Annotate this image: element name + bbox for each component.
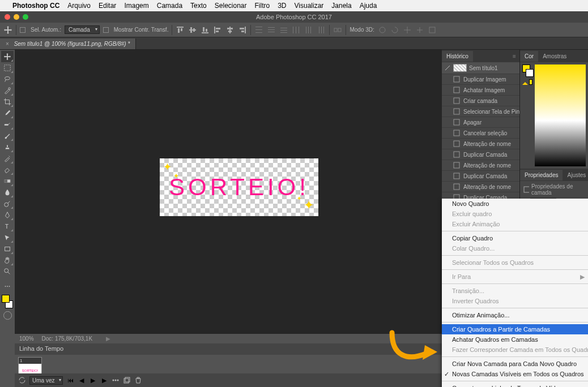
delete-frame-icon[interactable] bbox=[134, 376, 142, 384]
distribute-left-icon[interactable] bbox=[292, 25, 301, 35]
edit-toolbar-icon[interactable] bbox=[1, 281, 14, 292]
play-icon[interactable]: ▶ bbox=[89, 376, 97, 384]
color-swatches[interactable] bbox=[1, 294, 14, 309]
dodge-tool[interactable] bbox=[1, 198, 14, 209]
auto-align-icon[interactable] bbox=[333, 25, 342, 35]
eraser-tool[interactable] bbox=[1, 164, 14, 175]
history-panel-menu-icon[interactable]: ≡ bbox=[509, 53, 519, 59]
zoom-level[interactable]: 100% bbox=[19, 336, 34, 342]
foreground-swatch[interactable] bbox=[2, 295, 10, 303]
move-tool[interactable] bbox=[1, 51, 14, 62]
color-ramp[interactable] bbox=[535, 64, 586, 166]
crop-tool[interactable] bbox=[1, 96, 14, 108]
duplicate-frame-icon[interactable] bbox=[123, 376, 131, 384]
adjustments-tab[interactable]: Ajustes bbox=[563, 170, 588, 180]
type-tool[interactable]: T bbox=[1, 221, 14, 232]
ctx-novo-quadro[interactable]: Novo Quadro bbox=[442, 199, 588, 209]
align-right-icon[interactable] bbox=[238, 25, 247, 35]
show-transform-checkbox[interactable] bbox=[103, 27, 109, 33]
menu-filtro[interactable]: Filtro bbox=[254, 2, 270, 10]
history-item[interactable]: Duplicar Camada bbox=[442, 170, 519, 181]
history-snapshot[interactable]: Sem título1 bbox=[442, 62, 519, 74]
ctx-criar-quadros-camadas[interactable]: Criar Quadros a Partir de Camadas bbox=[442, 324, 588, 334]
path-selection-tool[interactable] bbox=[1, 232, 14, 243]
history-item[interactable]: Achatar Imagem bbox=[442, 84, 519, 95]
lasso-tool[interactable] bbox=[1, 74, 14, 85]
history-item[interactable]: Alteração de nome bbox=[442, 181, 519, 192]
menu-arquivo[interactable]: Arquivo bbox=[67, 2, 91, 10]
ctx-copiar-quadro[interactable]: Copiar Quadro bbox=[442, 233, 588, 243]
history-brush-tool[interactable] bbox=[1, 153, 14, 164]
history-item[interactable]: Criar camada bbox=[442, 95, 519, 106]
distribute-hcenter-icon[interactable] bbox=[304, 25, 313, 35]
rectangle-tool[interactable] bbox=[1, 243, 14, 255]
history-item[interactable]: Apagar bbox=[442, 117, 519, 127]
clone-stamp-tool[interactable] bbox=[1, 141, 14, 153]
align-left-icon[interactable] bbox=[213, 25, 222, 35]
tween-icon[interactable] bbox=[112, 376, 120, 384]
menu-ajuda[interactable]: Ajuda bbox=[360, 2, 377, 10]
menu-camada[interactable]: Camada bbox=[157, 2, 182, 10]
align-hcenter-icon[interactable] bbox=[225, 25, 235, 35]
pen-tool[interactable] bbox=[1, 209, 14, 221]
distribute-bottom-icon[interactable] bbox=[279, 25, 288, 35]
zoom-tool[interactable] bbox=[1, 266, 14, 277]
auto-select-checkbox[interactable] bbox=[20, 27, 25, 33]
hand-tool[interactable] bbox=[1, 255, 14, 266]
menu-3d[interactable]: 3D bbox=[278, 2, 286, 10]
auto-select-dropdown[interactable]: Camada bbox=[65, 25, 100, 34]
ctx-otimizar[interactable]: Otimizar Animação... bbox=[442, 310, 588, 320]
brush-tool[interactable] bbox=[1, 130, 14, 141]
align-vcenter-icon[interactable] bbox=[188, 25, 197, 35]
align-top-icon[interactable] bbox=[176, 25, 185, 35]
history-item[interactable]: Alteração de nome bbox=[442, 160, 519, 170]
align-bottom-icon[interactable] bbox=[201, 25, 210, 35]
ctx-converter-video[interactable]: Converter em Linha do Tempo de Vídeo bbox=[442, 383, 588, 387]
document-canvas[interactable]: ✦ ✦ ✦ ✦ SORTEIO! bbox=[160, 158, 318, 216]
prev-frame-icon[interactable]: ◀ bbox=[78, 376, 86, 384]
blur-tool[interactable] bbox=[1, 187, 14, 198]
zoom-window-button[interactable] bbox=[23, 14, 28, 20]
doc-info-arrow-icon[interactable]: ▶ bbox=[106, 336, 110, 342]
menu-texto[interactable]: Texto bbox=[190, 2, 207, 10]
doc-info[interactable]: Doc: 175,8K/703,1K bbox=[42, 336, 93, 342]
distribute-right-icon[interactable] bbox=[317, 25, 326, 35]
history-item[interactable]: Duplicar Imagem bbox=[442, 74, 519, 84]
app-name[interactable]: Photoshop CC bbox=[12, 2, 59, 10]
menu-visualizar[interactable]: Visualizar bbox=[295, 2, 324, 10]
canvas-area[interactable]: ✦ ✦ ✦ ✦ SORTEIO! 100% Doc: 175,8K/703,1K… bbox=[15, 50, 442, 387]
healing-brush-tool[interactable] bbox=[1, 119, 14, 130]
quick-mask-toggle[interactable] bbox=[3, 311, 12, 320]
color-tab[interactable]: Cor bbox=[520, 51, 538, 62]
menu-editar[interactable]: Editar bbox=[99, 2, 116, 10]
history-item[interactable]: Selecionar Tela de Pintura bbox=[442, 106, 519, 117]
ctx-nova-camada-quadro[interactable]: Criar Nova Camada para Cada Novo Quadro bbox=[442, 359, 588, 369]
close-tab-icon[interactable]: × bbox=[6, 41, 9, 47]
swatches-tab[interactable]: Amostras bbox=[538, 51, 571, 62]
menu-selecionar[interactable]: Selecionar bbox=[215, 2, 247, 10]
distribute-vcenter-icon[interactable] bbox=[267, 25, 276, 35]
menu-imagem[interactable]: Imagem bbox=[124, 2, 148, 10]
close-window-button[interactable] bbox=[5, 14, 10, 20]
next-frame-icon[interactable]: ▶ bbox=[100, 376, 108, 384]
ctx-achatar-quadros[interactable]: Achatar Quadros em Camadas bbox=[442, 334, 588, 345]
history-tab[interactable]: Histórico bbox=[442, 51, 473, 62]
minimize-window-button[interactable] bbox=[14, 14, 19, 20]
history-item[interactable]: Duplicar Camada bbox=[442, 149, 519, 160]
history-item[interactable]: Alteração de nome bbox=[442, 138, 519, 149]
menu-janela[interactable]: Janela bbox=[331, 2, 351, 10]
status-bar: 100% Doc: 175,8K/703,1K ▶ bbox=[15, 333, 442, 343]
gradient-tool[interactable] bbox=[1, 175, 14, 187]
document-tab[interactable]: × Sem título1 @ 100% (figura11.png, RGB/… bbox=[0, 38, 136, 49]
distribute-top-icon[interactable] bbox=[254, 25, 263, 35]
first-frame-icon[interactable]: ⏮ bbox=[66, 376, 74, 384]
gamut-warning[interactable] bbox=[522, 79, 532, 85]
ctx-novas-visiveis[interactable]: ✓Novas Camadas Visíveis em Todos os Quad… bbox=[442, 369, 588, 379]
marquee-tool[interactable] bbox=[1, 62, 14, 74]
loop-dropdown[interactable]: Uma vez bbox=[29, 376, 63, 385]
properties-tab[interactable]: Propriedades bbox=[520, 170, 563, 180]
panel-background-swatch[interactable] bbox=[526, 69, 534, 77]
history-item[interactable]: Cancelar seleção bbox=[442, 127, 519, 138]
eyedropper-tool[interactable] bbox=[1, 108, 14, 119]
quick-selection-tool[interactable] bbox=[1, 85, 14, 96]
